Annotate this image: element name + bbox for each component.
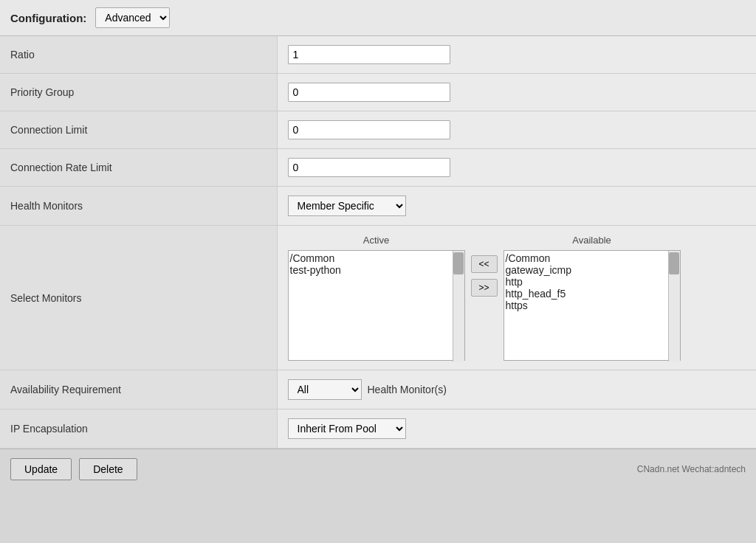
value-select-monitors: Active /Common test-python [277, 226, 756, 370]
page-wrapper: Configuration: Advanced Basic Ratio Prio… [0, 0, 756, 543]
active-item-test-python[interactable]: test-python [290, 264, 451, 276]
move-buttons: << >> [471, 255, 498, 297]
label-connection-rate-limit: Connection Rate Limit [0, 149, 277, 187]
value-connection-rate-limit [277, 149, 756, 187]
config-label: Configuration: [10, 12, 86, 24]
ip-encapsulation-select[interactable]: Inherit From Pool None GRE IPIP [288, 418, 406, 439]
input-ratio[interactable] [288, 45, 450, 64]
watermark: CNadn.net Wechat:adntech [637, 464, 746, 474]
available-item-http-head-f5[interactable]: http_head_f5 [506, 288, 667, 300]
label-connection-limit: Connection Limit [0, 111, 277, 149]
available-item-https[interactable]: https [506, 300, 667, 311]
active-box: /Common test-python [288, 250, 465, 361]
input-connection-rate-limit[interactable] [288, 158, 450, 177]
available-scrollbar[interactable] [668, 251, 680, 362]
available-box-wrap: Available /Common gateway_icmp http http… [504, 235, 681, 361]
active-list[interactable]: /Common test-python [289, 251, 453, 360]
input-priority-group[interactable] [288, 83, 450, 102]
row-availability-requirement: Availability Requirement All At Least He… [0, 370, 756, 409]
value-priority-group [277, 74, 756, 111]
value-health-monitors: Member Specific Inherit From Pool None [277, 187, 756, 226]
availability-select[interactable]: All At Least [288, 379, 362, 400]
active-scrollbar-thumb [453, 252, 464, 274]
available-group-common: /Common [506, 252, 667, 264]
value-ratio [277, 36, 756, 74]
row-select-monitors: Select Monitors Active /Common test-pyth… [0, 226, 756, 370]
input-connection-limit[interactable] [288, 120, 450, 139]
label-priority-group: Priority Group [0, 74, 277, 111]
config-header: Configuration: Advanced Basic [0, 0, 756, 36]
available-item-http[interactable]: http [506, 276, 667, 288]
active-group-common: /Common [290, 252, 451, 264]
value-ip-encapsulation: Inherit From Pool None GRE IPIP [277, 409, 756, 449]
delete-button[interactable]: Delete [79, 458, 137, 480]
available-item-gateway-icmp[interactable]: gateway_icmp [506, 264, 667, 276]
value-availability-requirement: All At Least Health Monitor(s) [277, 370, 756, 409]
move-left-button[interactable]: << [471, 255, 498, 273]
monitors-layout: Active /Common test-python [288, 235, 746, 361]
row-ip-encapsulation: IP Encapsulation Inherit From Pool None … [0, 409, 756, 449]
active-box-wrap: Active /Common test-python [288, 235, 465, 361]
availability-wrap: All At Least Health Monitor(s) [288, 379, 746, 400]
active-scrollbar[interactable] [453, 251, 464, 362]
form-table: Ratio Priority Group Connection Limit Co… [0, 36, 756, 449]
label-select-monitors: Select Monitors [0, 226, 277, 370]
footer-bar: Update Delete CNadn.net Wechat:adntech [0, 449, 756, 489]
available-scrollbar-thumb [669, 252, 679, 274]
row-priority-group: Priority Group [0, 74, 756, 111]
label-ip-encapsulation: IP Encapsulation [0, 409, 277, 449]
row-connection-rate-limit: Connection Rate Limit [0, 149, 756, 187]
move-right-button[interactable]: >> [471, 279, 498, 297]
value-connection-limit [277, 111, 756, 149]
active-title: Active [288, 235, 465, 246]
availability-suffix: Health Monitor(s) [368, 384, 447, 395]
row-health-monitors: Health Monitors Member Specific Inherit … [0, 187, 756, 226]
label-ratio: Ratio [0, 36, 277, 74]
update-button[interactable]: Update [10, 458, 72, 480]
available-box: /Common gateway_icmp http http_head_f5 h… [504, 250, 681, 361]
available-title: Available [504, 235, 681, 246]
available-list[interactable]: /Common gateway_icmp http http_head_f5 h… [504, 251, 668, 360]
label-health-monitors: Health Monitors [0, 187, 277, 226]
row-connection-limit: Connection Limit [0, 111, 756, 149]
advanced-dropdown[interactable]: Advanced Basic [95, 7, 170, 28]
label-availability-requirement: Availability Requirement [0, 370, 277, 409]
health-monitors-select[interactable]: Member Specific Inherit From Pool None [288, 196, 406, 216]
row-ratio: Ratio [0, 36, 756, 74]
